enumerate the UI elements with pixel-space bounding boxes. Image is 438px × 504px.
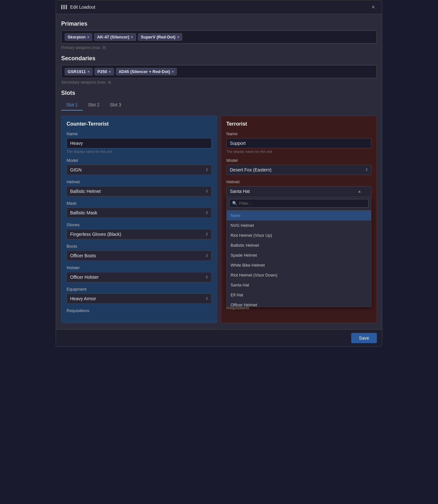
slot-tabs: Slot 1 Slot 2 Slot 3 (61, 100, 377, 111)
primaries-title: Primaries (61, 21, 377, 27)
ct-helmet-group: Helmet Ballistic Helmet ⇕ (67, 179, 212, 196)
ct-mask-select-wrapper: Ballistic Mask ⇕ (67, 208, 212, 218)
t-name-hint: The display name for this slot (226, 150, 371, 153)
secondaries-title: Secondaries (61, 55, 377, 62)
t-helmet-label: Helmet (226, 179, 371, 184)
ct-name-group: Name The display name for this slot (67, 131, 212, 153)
t-panel-title: Terrorist (226, 121, 371, 127)
ct-panel: Counter-Terrorist Name The display name … (61, 116, 217, 323)
secondary-tag-p250: P250 × (94, 68, 114, 75)
title-bar-left: Edit Loadout (61, 4, 95, 10)
t-helmet-group: Helmet Santa Hat ▲ 🔍 (226, 179, 371, 196)
ct-holster-select-wrapper: Officer Holster ⇕ (67, 272, 212, 282)
dropdown-item-spade-helmet[interactable]: Spade Helmet (227, 250, 371, 260)
save-button[interactable]: Save (351, 333, 377, 343)
t-name-group: Name The display name for this slot (226, 131, 371, 153)
slot-tab-2[interactable]: Slot 2 (83, 100, 105, 111)
ct-helmet-select[interactable]: Ballistic Helmet (67, 186, 212, 196)
dropdown-item-riot-visor-up[interactable]: Riot Helmet (Visor Up) (227, 230, 371, 240)
slot-tab-3[interactable]: Slot 3 (105, 100, 126, 111)
slots-section: Slots Slot 1 Slot 2 Slot 3 Counter-Terro… (61, 90, 377, 323)
ct-helmet-label: Helmet (67, 179, 212, 184)
ct-boots-select[interactable]: Officer Boots (67, 251, 212, 261)
remove-skorpion[interactable]: × (87, 35, 89, 39)
dropdown-item-white-bike-helmet[interactable]: White Bike Helmet (227, 260, 371, 270)
t-helmet-dropdown-display[interactable]: Santa Hat ▲ (226, 186, 371, 196)
dropdown-item-santa-hat[interactable]: Santa Hat (227, 280, 371, 290)
dropdown-item-nvg-helmet[interactable]: NVG Helmet (227, 220, 371, 230)
dialog-title: Edit Loadout (70, 4, 95, 10)
primary-tag-skorpion: Skorpion × (65, 33, 92, 41)
remove-ak47[interactable]: × (131, 35, 133, 39)
ct-gloves-group: Gloves Fingerless Gloves (Black) ⇕ (67, 222, 212, 239)
ct-holster-label: Holster (67, 265, 212, 270)
ct-helmet-select-wrapper: Ballistic Helmet ⇕ (67, 186, 212, 196)
ct-requisitions-label: Requisitions (67, 308, 212, 313)
slots-label: Slots (61, 90, 377, 96)
primary-tag-ak47: AK-47 (Silencer) × (94, 33, 136, 41)
primaries-hint: Primary weapons (max. 9) (61, 45, 377, 50)
ct-gloves-select[interactable]: Fingerless Gloves (Black) (67, 229, 212, 239)
ct-model-label: Model (67, 158, 212, 163)
ct-mask-label: Mask (67, 201, 212, 206)
ct-equipment-select[interactable]: Heavy Armor (67, 293, 212, 304)
ct-requisitions-group: Requisitions (67, 308, 212, 313)
ct-equipment-label: Equipment (67, 287, 212, 292)
close-button[interactable]: × (369, 4, 377, 11)
ct-mask-group: Mask Ballistic Mask ⇕ (67, 201, 212, 218)
dropdown-item-officer-helmet[interactable]: Officer Helmet (227, 300, 371, 307)
t-panel: Terrorist Name The display name for this… (221, 116, 377, 323)
t-name-label: Name (226, 131, 371, 136)
ct-holster-select[interactable]: Officer Holster (67, 272, 212, 282)
t-model-group: Model Desert Fox (Eastern) ⇕ (226, 158, 371, 175)
ct-name-hint: The display name for this slot (67, 150, 212, 153)
ct-boots-label: Boots (67, 244, 212, 249)
title-bar: Edit Loadout × (56, 0, 382, 14)
dialog-footer: Save (56, 329, 382, 346)
dropdown-item-elf-hat[interactable]: Elf Hat (227, 290, 371, 300)
t-helmet-dropdown[interactable]: Santa Hat ▲ 🔍 (226, 186, 371, 196)
dialog-body: Primaries Skorpion × AK-47 (Silencer) × … (56, 14, 382, 329)
secondaries-section: Secondaries GSR1911 × P250 × XD45 (Silen… (61, 55, 377, 85)
dropdown-item-none[interactable]: None (227, 211, 371, 220)
remove-gsr[interactable]: × (87, 70, 90, 74)
secondaries-input-area[interactable]: GSR1911 × P250 × XD45 (Silencer + Red-Do… (61, 65, 377, 78)
remove-superv[interactable]: × (177, 35, 179, 39)
primaries-section: Primaries Skorpion × AK-47 (Silencer) × … (61, 21, 377, 50)
t-helmet-search-inner: 🔍 (229, 199, 369, 208)
slot-panels: Counter-Terrorist Name The display name … (61, 116, 377, 323)
t-helmet-value: Santa Hat (230, 189, 250, 194)
dropdown-item-ballistic-helmet[interactable]: Ballistic Helmet (227, 240, 371, 250)
t-model-select-wrapper: Desert Fox (Eastern) ⇕ (226, 165, 371, 175)
ct-gloves-label: Gloves (67, 222, 212, 227)
ct-holster-group: Holster Officer Holster ⇕ (67, 265, 212, 282)
ct-name-input[interactable] (67, 138, 212, 148)
ct-mask-select[interactable]: Ballistic Mask (67, 208, 212, 218)
secondaries-hint: Secondary weapons (max. 4) (61, 80, 377, 85)
ct-model-select[interactable]: GIGN (67, 165, 212, 175)
edit-loadout-dialog: Edit Loadout × Primaries Skorpion × AK-4… (56, 0, 382, 347)
t-helmet-dropdown-list: None NVG Helmet Riot Helmet (Visor Up) B… (227, 211, 371, 307)
ct-boots-group: Boots Officer Boots ⇕ (67, 244, 212, 261)
secondary-tag-gsr: GSR1911 × (65, 68, 93, 75)
filter-search-icon: 🔍 (232, 201, 237, 206)
primary-tag-superv: SuperV (Red-Dot) × (138, 33, 182, 41)
primaries-input-area[interactable]: Skorpion × AK-47 (Silencer) × SuperV (Re… (61, 30, 377, 44)
ct-model-group: Model GIGN ⇕ (67, 158, 212, 175)
t-helmet-filter-input[interactable] (239, 201, 366, 206)
t-model-select[interactable]: Desert Fox (Eastern) (226, 165, 371, 175)
dropdown-item-riot-visor-down[interactable]: Riot Helmet (Visor Down) (227, 270, 371, 280)
ct-name-label: Name (67, 131, 212, 136)
ct-model-select-wrapper: GIGN ⇕ (67, 165, 212, 175)
t-name-input[interactable] (226, 138, 371, 148)
t-helmet-dropdown-popup: 🔍 None NVG Helmet Riot Helmet (Visor Up)… (226, 196, 371, 307)
slot-tab-1[interactable]: Slot 1 (61, 100, 83, 111)
secondary-tag-xd45: XD45 (Silencer + Red-Dot) × (116, 68, 177, 75)
t-helmet-search-area: 🔍 (227, 196, 371, 211)
remove-xd45[interactable]: × (172, 70, 174, 74)
t-helmet-chevron-up-icon: ▲ (358, 189, 361, 194)
ct-gloves-select-wrapper: Fingerless Gloves (Black) ⇕ (67, 229, 212, 239)
dialog-icon (61, 5, 67, 9)
ct-boots-select-wrapper: Officer Boots ⇕ (67, 251, 212, 261)
remove-p250[interactable]: × (109, 70, 111, 74)
